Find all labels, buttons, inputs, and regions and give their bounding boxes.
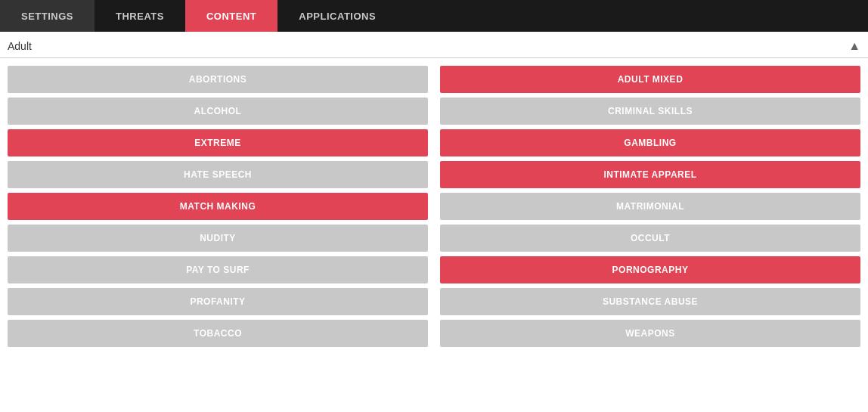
category-btn-tobacco[interactable]: TOBACCO (8, 320, 428, 347)
categories-grid: ABORTIONSADULT MIXEDALCOHOLCRIMINAL SKIL… (8, 66, 860, 347)
category-btn-matrimonial[interactable]: MATRIMONIAL (440, 193, 860, 220)
nav-tab-content[interactable]: CONTENT (185, 0, 277, 32)
category-btn-profanity[interactable]: PROFANITY (8, 288, 428, 315)
category-btn-nudity[interactable]: NUDITY (8, 225, 428, 252)
category-btn-pay-to-surf[interactable]: PAY TO SURF (8, 256, 428, 283)
category-btn-gambling[interactable]: GAMBLING (440, 129, 860, 156)
category-btn-criminal-skills[interactable]: CRIMINAL SKILLS (440, 98, 860, 125)
section-title: Adult (8, 40, 32, 52)
category-btn-substance-abuse[interactable]: SUBSTANCE ABUSE (440, 288, 860, 315)
nav-bar: SETTINGSTHREATSCONTENTAPPLICATIONS (0, 0, 868, 32)
category-btn-occult[interactable]: OCCULT (440, 225, 860, 252)
nav-tab-applications[interactable]: APPLICATIONS (277, 0, 397, 32)
category-btn-abortions[interactable]: ABORTIONS (8, 66, 428, 93)
category-btn-weapons[interactable]: WEAPONS (440, 320, 860, 347)
nav-tab-threats[interactable]: THREATS (95, 0, 185, 32)
category-btn-pornography[interactable]: PORNOGRAPHY (440, 256, 860, 283)
nav-tab-settings[interactable]: SETTINGS (0, 0, 95, 32)
collapse-arrow-icon[interactable]: ▲ (848, 39, 860, 53)
category-btn-match-making[interactable]: MATCH MAKING (8, 193, 428, 220)
category-btn-extreme[interactable]: EXTREME (8, 129, 428, 156)
content-area: ABORTIONSADULT MIXEDALCOHOLCRIMINAL SKIL… (0, 58, 868, 355)
category-btn-alcohol[interactable]: ALCOHOL (8, 98, 428, 125)
category-btn-hate-speech[interactable]: HATE SPEECH (8, 161, 428, 188)
category-btn-intimate-apparel[interactable]: INTIMATE APPAREL (440, 161, 860, 188)
section-header: Adult ▲ (0, 32, 868, 58)
category-btn-adult-mixed[interactable]: ADULT MIXED (440, 66, 860, 93)
